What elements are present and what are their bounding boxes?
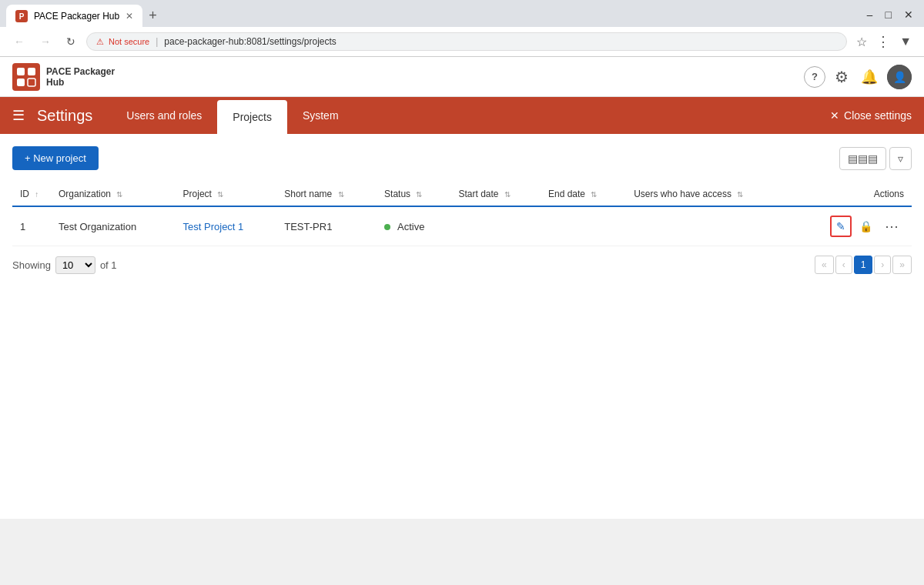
new-project-button[interactable]: + New project bbox=[12, 146, 99, 170]
new-tab-button[interactable]: + bbox=[142, 5, 163, 27]
last-page-button[interactable]: » bbox=[892, 256, 912, 274]
close-settings-label: Close settings bbox=[844, 109, 912, 122]
status-indicator bbox=[384, 224, 390, 230]
cell-short-name: TEST-PR1 bbox=[276, 206, 377, 246]
users-sort-icon: ⇅ bbox=[737, 190, 743, 199]
address-bar: ← → ↻ ⚠ Not secure | pace-packager-hub:8… bbox=[0, 27, 924, 57]
toolbar: + New project ▤▤▤ ▿ bbox=[12, 146, 912, 170]
project-sort-icon: ⇅ bbox=[217, 190, 223, 199]
enddate-sort-icon: ⇅ bbox=[591, 190, 597, 199]
lock-button[interactable]: 🔒 bbox=[855, 216, 877, 236]
status-sort-icon: ⇅ bbox=[416, 190, 422, 199]
hamburger-menu-button[interactable]: ☰ bbox=[12, 107, 25, 124]
edit-icon: ✎ bbox=[836, 220, 845, 232]
tab-users-roles[interactable]: Users and roles bbox=[111, 97, 217, 134]
minimize-button[interactable]: ‒ bbox=[862, 7, 878, 22]
bookmark-button[interactable]: ☆ bbox=[853, 33, 870, 51]
cell-project: Test Project 1 bbox=[176, 206, 277, 246]
filter-button[interactable]: ▿ bbox=[889, 147, 912, 170]
close-settings-icon: ✕ bbox=[830, 109, 839, 122]
settings-title: Settings bbox=[37, 107, 92, 125]
svg-rect-3 bbox=[17, 68, 25, 75]
project-link[interactable]: Test Project 1 bbox=[183, 221, 244, 232]
settings-nav: ☰ Settings Users and roles Projects Syst… bbox=[0, 97, 924, 134]
avatar-icon: 👤 bbox=[893, 71, 906, 83]
org-sort-icon: ⇅ bbox=[116, 190, 122, 199]
status-text: Active bbox=[397, 221, 424, 232]
maximize-button[interactable]: □ bbox=[881, 7, 896, 22]
col-actions: Actions bbox=[792, 182, 912, 206]
edit-button[interactable]: ✎ bbox=[830, 216, 852, 237]
tab-close-button[interactable]: ✕ bbox=[126, 11, 133, 22]
first-page-button[interactable]: « bbox=[815, 256, 834, 274]
next-page-button[interactable]: › bbox=[874, 256, 891, 274]
cell-users-access bbox=[626, 206, 792, 246]
toolbar-right: ▤▤▤ ▿ bbox=[839, 147, 912, 170]
pagination-bar: Showing 10 25 50 100 of 1 « ‹ 1 › » bbox=[12, 246, 912, 283]
cell-status: Active bbox=[377, 206, 450, 246]
table-body: 1 Test Organization Test Project 1 TEST-… bbox=[12, 206, 912, 246]
logo-line1: PACE Packager bbox=[46, 66, 115, 77]
reload-button[interactable]: ↻ bbox=[62, 34, 80, 49]
tab-projects[interactable]: Projects bbox=[217, 100, 287, 137]
help-button[interactable]: ? bbox=[804, 66, 825, 88]
prev-page-button[interactable]: ‹ bbox=[835, 256, 852, 274]
projects-table: ID ↑ Organization ⇅ Project ⇅ Short name… bbox=[12, 182, 912, 246]
svg-rect-4 bbox=[28, 68, 35, 75]
tab-system[interactable]: System bbox=[287, 97, 354, 134]
cell-end-date bbox=[541, 206, 626, 246]
cell-id: 1 bbox=[12, 206, 51, 246]
cell-start-date bbox=[451, 206, 541, 246]
col-organization[interactable]: Organization ⇅ bbox=[51, 182, 176, 206]
notifications-button[interactable]: 🔔 bbox=[858, 65, 881, 89]
svg-text:P: P bbox=[19, 12, 25, 21]
page-1-button[interactable]: 1 bbox=[854, 256, 873, 274]
col-users-access[interactable]: Users who have access ⇅ bbox=[626, 182, 792, 206]
gear-button[interactable]: ⚙ bbox=[832, 65, 852, 89]
url-field[interactable]: ⚠ Not secure | pace-packager-hub:8081/se… bbox=[86, 32, 847, 51]
profile-dropdown-button[interactable]: ▼ bbox=[896, 33, 915, 50]
showing-label: Showing bbox=[12, 259, 51, 271]
address-bar-actions: ☆ ⋮ ▼ bbox=[853, 32, 915, 52]
back-button[interactable]: ← bbox=[9, 34, 29, 49]
col-end-date[interactable]: End date ⇅ bbox=[541, 182, 626, 206]
total-label: of 1 bbox=[100, 259, 117, 271]
forward-button[interactable]: → bbox=[35, 34, 55, 49]
tab-title: PACE Packager Hub bbox=[34, 11, 119, 22]
col-status[interactable]: Status ⇅ bbox=[377, 182, 450, 206]
col-short-name[interactable]: Short name ⇅ bbox=[276, 182, 377, 206]
lock-icon: 🔒 bbox=[859, 220, 872, 232]
settings-tabs: Users and roles Projects System bbox=[111, 97, 353, 134]
app-header: PACE Packager Hub ? ⚙ 🔔 👤 bbox=[0, 57, 924, 97]
actions-cell: ✎ 🔒 ⋯ bbox=[800, 215, 904, 238]
logo-icon bbox=[12, 63, 40, 91]
more-actions-button[interactable]: ⋯ bbox=[880, 215, 904, 238]
filter-icon: ▿ bbox=[898, 152, 903, 165]
cell-actions: ✎ 🔒 ⋯ bbox=[792, 206, 912, 246]
per-page-select[interactable]: 10 25 50 100 bbox=[55, 256, 95, 274]
url-text: pace-packager-hub:8081/settings/projects bbox=[164, 36, 837, 47]
logo-line2: Hub bbox=[46, 77, 115, 88]
col-id[interactable]: ID ↑ bbox=[12, 182, 51, 206]
logo-text: PACE Packager Hub bbox=[46, 66, 115, 88]
svg-rect-2 bbox=[12, 63, 40, 91]
col-start-date[interactable]: Start date ⇅ bbox=[451, 182, 541, 206]
not-secure-label: Not secure bbox=[109, 37, 149, 46]
more-icon: ⋯ bbox=[885, 219, 899, 234]
browser-chrome: P PACE Packager Hub ✕ + ‒ □ ✕ ← → ↻ ⚠ No… bbox=[0, 0, 924, 57]
cell-organization: Test Organization bbox=[51, 206, 176, 246]
close-settings-button[interactable]: ✕ Close settings bbox=[830, 109, 912, 122]
columns-button[interactable]: ▤▤▤ bbox=[839, 147, 886, 170]
main-content: + New project ▤▤▤ ▿ ID ↑ Organization ⇅ bbox=[0, 134, 924, 519]
browser-menu-button[interactable]: ⋮ bbox=[873, 32, 893, 52]
avatar-button[interactable]: 👤 bbox=[887, 65, 912, 89]
header-actions: ? ⚙ 🔔 👤 bbox=[804, 65, 912, 89]
table-row: 1 Test Organization Test Project 1 TEST-… bbox=[12, 206, 912, 246]
url-separator: | bbox=[156, 36, 158, 47]
svg-rect-6 bbox=[28, 79, 35, 86]
active-tab[interactable]: P PACE Packager Hub ✕ bbox=[6, 5, 142, 27]
close-window-button[interactable]: ✕ bbox=[899, 7, 918, 22]
col-project[interactable]: Project ⇅ bbox=[176, 182, 277, 206]
shortname-sort-icon: ⇅ bbox=[338, 190, 344, 199]
showing-info: Showing 10 25 50 100 of 1 bbox=[12, 256, 117, 274]
